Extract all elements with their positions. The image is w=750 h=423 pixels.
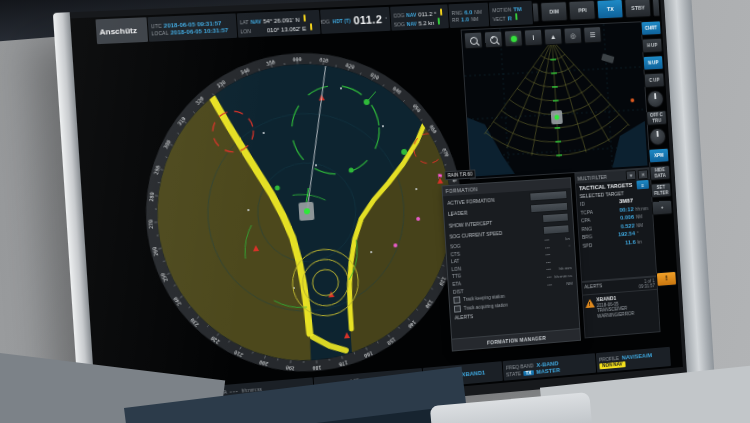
bearing-label: 010	[319, 57, 329, 64]
menu-button[interactable]: ☰	[532, 2, 540, 23]
info-button[interactable]: i	[524, 29, 543, 47]
scene: Anschütz UTC 2018-06-05 09:31:57 LOCAL 2…	[0, 0, 750, 423]
state-label: STATE	[506, 370, 521, 377]
gain-knob[interactable]	[647, 90, 665, 108]
vect-value: R	[507, 15, 512, 21]
hdg-label: HDG	[320, 18, 329, 25]
layers-icon: ☰	[589, 31, 595, 39]
motion-label: MOTION	[492, 6, 511, 13]
bearing-label: 280	[148, 192, 155, 202]
power-button[interactable]	[504, 30, 523, 48]
dim-button[interactable]: DIM	[540, 1, 568, 22]
target-list-button[interactable]: ≡	[636, 180, 649, 189]
sog-current-speed-input[interactable]	[543, 224, 570, 235]
monitor: Anschütz UTC 2018-06-05 09:31:57 LOCAL 2…	[53, 0, 691, 423]
status-tick	[310, 23, 312, 30]
route-button[interactable]: ▲	[544, 28, 563, 45]
info-icon: i	[532, 34, 534, 41]
settings-button[interactable]: ⚙	[652, 0, 659, 17]
bearing-label: 190	[285, 365, 295, 372]
state-master: MASTER	[536, 367, 560, 375]
rr-value: 1.0	[461, 16, 469, 22]
power-led-icon	[510, 35, 516, 41]
alert-ack-button[interactable]: !	[656, 271, 677, 287]
show-intercept-label: SHOW INTERCEPT	[449, 219, 493, 228]
sog-current-speed-label: SOG CURRENT SPEED	[449, 230, 502, 240]
clock-block: UTC 2018-06-05 09:31:57 LOCAL 2018-06-05…	[147, 13, 236, 41]
chart-panel[interactable]: - + i ▲ ◎ ☰	[461, 21, 651, 179]
sea-clutter-knob[interactable]	[649, 128, 667, 146]
show-intercept-input[interactable]	[542, 213, 569, 224]
radar-ppi[interactable]: 0000100200300400500600700800901001101201…	[72, 28, 480, 396]
zoom-in-button[interactable]: +	[484, 31, 503, 49]
status-tick	[440, 8, 442, 15]
tx-button[interactable]: TX	[597, 0, 624, 19]
hide-data-button[interactable]: HIDE DATA	[649, 165, 670, 181]
tactical-panel-title: MULTI FILTER	[577, 173, 624, 181]
rng-value: 6.0	[464, 9, 472, 15]
radar-screen: Anschütz UTC 2018-06-05 09:31:57 LOCAL 2…	[70, 0, 683, 419]
layers-button[interactable]: ☰	[583, 26, 602, 43]
sog-value: 5.2 kn	[418, 19, 434, 26]
zoom-out-button[interactable]: -	[464, 32, 483, 50]
warning-icon: !	[585, 299, 595, 308]
sog-label: SOG	[394, 21, 405, 27]
leader-input[interactable]	[530, 201, 568, 212]
profile-block: PROFILE NAV/SEA/M NON NAV	[596, 347, 671, 373]
tactical-panel: MULTI FILTER ▾ ✕ ≡ TACTICAL TARGETS SELE…	[574, 168, 657, 282]
rr-label: RR	[452, 16, 459, 22]
course-up-button[interactable]: C UP	[644, 72, 665, 88]
status-tick	[303, 14, 305, 21]
formation-panel: FORMATION ACTIVE FORMATION LEADER SHOW I…	[441, 177, 581, 351]
state-tx-chip[interactable]: TX	[524, 370, 534, 376]
motion-value: TM	[513, 6, 522, 12]
active-formation-input[interactable]	[529, 190, 567, 201]
checkbox[interactable]	[453, 296, 460, 303]
hdg-sensor: HDT (T)	[332, 18, 350, 25]
tactical-rows: ID3M87TCPA00:12hh:mmCPA0.006NMRNG0.522NM…	[580, 196, 652, 248]
formation-body: ACTIVE FORMATION LEADER SHOW INTERCEPT S…	[443, 188, 579, 339]
magnifier-minus-icon: -	[469, 36, 477, 44]
rng-label: RNG	[451, 9, 462, 15]
route-icon: ▲	[550, 33, 557, 40]
stby-button[interactable]: STBY	[625, 0, 652, 18]
alerts-panel: ALERTS 1 of 109:31:57 ! XBAND1 2018-06-0…	[581, 276, 660, 338]
non-nav-badge[interactable]: NON NAV	[599, 361, 625, 369]
local-label: LOCAL	[151, 29, 168, 36]
xpm-button[interactable]: XPM	[648, 148, 669, 164]
checkbox[interactable]	[454, 305, 461, 312]
radar-value[interactable]: XBAND1	[461, 370, 485, 378]
hdg-value: 011.2	[353, 13, 383, 26]
chart-buoy[interactable]	[630, 98, 634, 102]
chart-vessel[interactable]	[601, 54, 614, 64]
bearing-label: 270	[148, 219, 155, 229]
status-tick	[515, 13, 517, 20]
head-up-button[interactable]: H UP	[642, 38, 663, 53]
cog-source: NAV	[406, 11, 416, 17]
lon-label: LON	[240, 28, 251, 35]
range-block: RNG 6.0 NM RR 1.0 NM	[448, 3, 489, 28]
target-button[interactable]: ◎	[563, 27, 582, 44]
active-formation-label: ACTIVE FORMATION	[447, 196, 494, 205]
ppi-button[interactable]: PPI	[569, 0, 596, 21]
vect-label: VECT	[493, 15, 506, 21]
lat-label: LAT	[240, 18, 249, 24]
heading-block: HDG HDT (T) 011.2 °	[320, 7, 390, 34]
set-filter-button[interactable]: SET FILTER	[650, 182, 671, 198]
off-center-button[interactable]: OFF C TRU	[646, 110, 667, 126]
alert-item[interactable]: ! XBAND1 2018-06-05 TRANSCEIVER WARNING/…	[583, 290, 659, 323]
cog-label: COG	[393, 12, 405, 18]
brand-text: Anschütz	[99, 25, 144, 36]
utc-label: UTC	[151, 22, 162, 29]
local-value: 2018-06-05 10:31:57	[170, 26, 228, 35]
alert-text: XBAND1 2018-06-05 TRANSCEIVER WARNING/ER…	[596, 294, 634, 320]
magenta-flag-icon: ⚑	[437, 172, 444, 180]
target-icon: ◎	[570, 32, 576, 40]
chart-toggle-button[interactable]: CHRT	[640, 20, 661, 35]
lon-value: 010° 13.062' E	[267, 25, 307, 33]
sog-source: NAV	[406, 20, 416, 26]
add-button[interactable]: +	[652, 200, 673, 216]
cog-value: 011.2 °	[418, 10, 436, 17]
chart-land-right	[610, 121, 648, 168]
north-up-button[interactable]: N UP	[643, 55, 664, 71]
